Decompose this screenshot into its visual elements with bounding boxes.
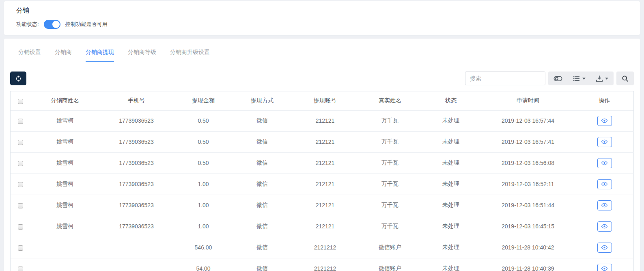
columns-list-icon	[573, 76, 580, 82]
cell-status: 未处理	[420, 110, 481, 131]
cell-phone	[100, 258, 173, 271]
toolbar-button-group	[548, 72, 614, 85]
cell-name	[30, 237, 100, 258]
cell-method: 微信	[234, 131, 291, 152]
export-download-icon	[596, 75, 603, 82]
row-checkbox[interactable]	[18, 203, 23, 208]
cell-name	[30, 258, 100, 271]
table-row: 姚雪柯177390365231.00微信212121万千瓦未处理2019-12-…	[11, 173, 634, 195]
column-header-time: 申请时间	[481, 91, 575, 110]
toggle-view-button[interactable]	[548, 72, 568, 85]
cell-account: 212121	[291, 216, 360, 237]
chevron-down-icon	[582, 78, 586, 80]
cell-real_name: 万千瓦	[360, 195, 420, 216]
cell-phone: 17739036523	[100, 173, 173, 195]
eye-icon	[601, 139, 608, 144]
cell-status: 未处理	[420, 131, 481, 152]
cell-status: 未处理	[420, 173, 481, 195]
row-checkbox[interactable]	[18, 224, 23, 230]
table-row: 姚雪柯177390365231.00微信212121万千瓦未处理2019-12-…	[11, 216, 634, 237]
view-detail-button[interactable]	[597, 116, 612, 126]
cell-account: 2121212	[291, 237, 360, 258]
feature-card: 分销 功能状态: 控制功能是否可用	[4, 1, 640, 35]
cell-method: 微信	[234, 216, 291, 237]
cell-real_name: 万千瓦	[360, 152, 420, 173]
feature-status-desc: 控制功能是否可用	[65, 21, 108, 28]
cell-amount: 1.00	[173, 195, 234, 216]
cell-real_name: 万千瓦	[360, 173, 420, 195]
eye-icon	[601, 266, 608, 271]
row-checkbox[interactable]	[18, 119, 23, 124]
table-row: 546.00微信2121212微信账户未处理2019-11-28 10:40:4…	[11, 237, 634, 258]
view-detail-button[interactable]	[597, 264, 612, 271]
cell-account: 212121	[291, 173, 360, 195]
cell-account: 2121212	[291, 258, 360, 271]
search-input[interactable]	[465, 72, 545, 85]
view-detail-button[interactable]	[597, 200, 612, 210]
cell-time: 2019-12-03 16:45:15	[481, 216, 575, 237]
column-header-amount: 提现金额	[173, 91, 234, 110]
table-toolbar	[10, 72, 634, 85]
cell-account: 212121	[291, 152, 360, 173]
cell-name: 姚雪柯	[30, 131, 100, 152]
tab-0[interactable]: 分销设置	[18, 49, 41, 62]
cell-name: 姚雪柯	[30, 152, 100, 173]
refresh-button[interactable]	[10, 72, 26, 85]
view-detail-button[interactable]	[597, 221, 612, 232]
table-row: 姚雪柯177390365230.50微信212121万千瓦未处理2019-12-…	[11, 110, 634, 131]
cell-amount: 0.50	[173, 110, 234, 131]
cell-name: 姚雪柯	[30, 110, 100, 131]
table-row: 姚雪柯177390365231.00微信212121万千瓦未处理2019-12-…	[11, 195, 634, 216]
page-title: 分销	[16, 7, 628, 15]
column-header-phone: 手机号	[100, 91, 173, 110]
view-detail-button[interactable]	[597, 137, 612, 147]
tab-3[interactable]: 分销商等级	[128, 49, 156, 62]
tab-4[interactable]: 分销商升级设置	[170, 49, 210, 62]
row-checkbox[interactable]	[18, 267, 23, 271]
row-checkbox[interactable]	[18, 140, 23, 145]
cell-real_name: 万千瓦	[360, 110, 420, 131]
cell-amount: 0.50	[173, 152, 234, 173]
column-header-account: 提现账号	[291, 91, 360, 110]
view-detail-button[interactable]	[597, 158, 612, 168]
toggle-knob-icon	[52, 21, 60, 28]
view-detail-button[interactable]	[597, 243, 612, 253]
tab-1[interactable]: 分销商	[55, 49, 72, 62]
cell-name: 姚雪柯	[30, 195, 100, 216]
tab-2[interactable]: 分销商提现	[86, 49, 114, 62]
search-button[interactable]	[616, 72, 634, 85]
select-all-checkbox[interactable]	[18, 99, 23, 104]
cell-method: 微信	[234, 237, 291, 258]
row-checkbox[interactable]	[18, 161, 23, 166]
cell-time: 2019-11-28 10:40:42	[481, 237, 575, 258]
cell-time: 2019-12-03 16:51:44	[481, 195, 575, 216]
cell-phone: 17739036523	[100, 195, 173, 216]
eye-icon	[601, 118, 608, 123]
withdrawals-table: 分销商姓名手机号提现金额提现方式提现账号真实姓名状态申请时间操作 姚雪柯1773…	[10, 91, 634, 271]
main-card: 分销设置分销商分销商提现分销商等级分销商升级设置	[4, 39, 640, 271]
table-body: 姚雪柯177390365230.50微信212121万千瓦未处理2019-12-…	[11, 110, 634, 271]
cell-time: 2019-11-28 10:40:39	[481, 258, 575, 271]
row-checkbox[interactable]	[18, 182, 23, 187]
cell-account: 212121	[291, 131, 360, 152]
table-row: 姚雪柯177390365230.50微信212121万千瓦未处理2019-12-…	[11, 152, 634, 173]
eye-icon	[601, 224, 608, 229]
cell-time: 2019-12-03 16:57:41	[481, 131, 575, 152]
cell-phone	[100, 237, 173, 258]
cell-time: 2019-12-03 16:56:08	[481, 152, 575, 173]
table-header-row: 分销商姓名手机号提现金额提现方式提现账号真实姓名状态申请时间操作	[11, 91, 634, 110]
view-detail-button[interactable]	[597, 179, 612, 189]
cell-status: 未处理	[420, 258, 481, 271]
cell-method: 微信	[234, 195, 291, 216]
column-header-action: 操作	[575, 91, 634, 110]
column-header-method: 提现方式	[234, 91, 291, 110]
column-header-real_name: 真实姓名	[360, 91, 420, 110]
feature-toggle[interactable]	[44, 20, 60, 29]
columns-button[interactable]	[568, 72, 591, 85]
table-row: 54.00微信2121212微信账户未处理2019-11-28 10:40:39	[11, 258, 634, 271]
export-button[interactable]	[591, 72, 614, 85]
magnifier-icon	[622, 75, 629, 82]
row-checkbox[interactable]	[18, 245, 23, 251]
cell-name: 姚雪柯	[30, 173, 100, 195]
cell-time: 2019-12-03 16:52:11	[481, 173, 575, 195]
